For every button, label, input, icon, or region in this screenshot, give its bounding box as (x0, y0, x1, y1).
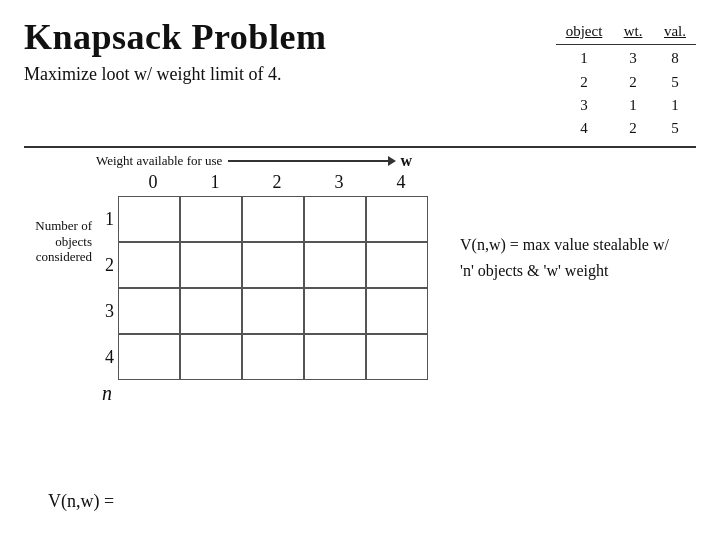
label-and-grid-row: Number of objects considered 0 1 2 3 4 (24, 172, 432, 405)
object-cell-r3-c1: 2 (612, 117, 654, 140)
left-section: Weight available for use w Number of obj… (24, 152, 432, 405)
cell-3-2 (242, 288, 304, 334)
num-objects-line1: Number of (35, 218, 92, 234)
object-cell-r2-c0: 3 (556, 94, 612, 117)
main-title: Knapsack Problem (24, 18, 326, 58)
object-table-headers: object wt. val. (556, 20, 696, 45)
wt-col-header: wt. (612, 20, 654, 43)
object-col-header: object (556, 20, 612, 43)
object-cell-r3-c0: 4 (556, 117, 612, 140)
object-table-row-1: 138 (556, 47, 696, 70)
cell-2-4 (366, 242, 428, 288)
grid-row-1 (118, 196, 428, 242)
object-cell-r0-c1: 3 (612, 47, 654, 70)
object-cell-r2-c1: 1 (612, 94, 654, 117)
row-num-4: 4 (94, 334, 118, 380)
num-objects-label: Number of objects considered (24, 172, 92, 265)
cell-2-0 (118, 242, 180, 288)
grid-row-4 (118, 334, 428, 380)
cell-4-1 (180, 334, 242, 380)
row-num-col: 1 2 3 4 (94, 196, 118, 380)
object-cell-r1-c2: 5 (654, 71, 696, 94)
bottom-vnw: V(n,w) = (48, 491, 114, 512)
cell-2-1 (180, 242, 242, 288)
cell-4-2 (242, 334, 304, 380)
col-2: 2 (246, 172, 308, 196)
num-objects-line2: objects (55, 234, 92, 250)
val-col-header: val. (654, 20, 696, 43)
object-cell-r1-c1: 2 (612, 71, 654, 94)
cell-2-3 (304, 242, 366, 288)
n-label-row: n (102, 382, 432, 405)
page: Knapsack Problem Maximize loot w/ weight… (0, 0, 720, 540)
header-row: Knapsack Problem Maximize loot w/ weight… (24, 18, 696, 148)
cell-4-3 (304, 334, 366, 380)
grid-row-3 (118, 288, 428, 334)
arrow-line (228, 156, 396, 166)
cell-3-4 (366, 288, 428, 334)
object-table-row-4: 425 (556, 117, 696, 140)
row-num-2: 2 (94, 242, 118, 288)
grid-row-2 (118, 242, 428, 288)
row-num-3: 3 (94, 288, 118, 334)
weight-label-text: Weight available for use (96, 153, 222, 169)
title-block: Knapsack Problem Maximize loot w/ weight… (24, 18, 326, 85)
cell-4-4 (366, 334, 428, 380)
object-cell-r3-c2: 5 (654, 117, 696, 140)
arrow-shaft (228, 160, 388, 162)
cell-4-0 (118, 334, 180, 380)
col-3: 3 (308, 172, 370, 196)
cell-1-1 (180, 196, 242, 242)
num-objects-line3: considered (36, 249, 92, 265)
n-label: n (102, 382, 112, 405)
object-table-body: 138225311425 (556, 47, 696, 140)
main-content: Weight available for use w Number of obj… (24, 152, 696, 405)
cell-1-2 (242, 196, 304, 242)
subtitle: Maximize loot w/ weight limit of 4. (24, 64, 326, 85)
object-table-row-2: 225 (556, 71, 696, 94)
col-num-row: 0 1 2 3 4 (94, 172, 432, 196)
col-0: 0 (122, 172, 184, 196)
cell-3-0 (118, 288, 180, 334)
cell-1-4 (366, 196, 428, 242)
grid-container: 0 1 2 3 4 1 2 3 4 (94, 172, 432, 405)
grid-area (118, 196, 428, 380)
object-table-row-3: 311 (556, 94, 696, 117)
cell-1-0 (118, 196, 180, 242)
object-cell-r2-c2: 1 (654, 94, 696, 117)
object-cell-r1-c0: 2 (556, 71, 612, 94)
col-1: 1 (184, 172, 246, 196)
right-section: V(n,w) = max value stealable w/ 'n' obje… (460, 232, 669, 283)
arrow-head-icon (388, 156, 396, 166)
cell-2-2 (242, 242, 304, 288)
w-label: w (400, 152, 412, 170)
weight-label-row: Weight available for use w (96, 152, 412, 170)
grid-wrapper: 1 2 3 4 (94, 196, 432, 380)
cell-1-3 (304, 196, 366, 242)
row-num-1: 1 (94, 196, 118, 242)
object-info-table: object wt. val. 138225311425 (556, 20, 696, 140)
col-4: 4 (370, 172, 432, 196)
object-cell-r0-c0: 1 (556, 47, 612, 70)
cell-3-3 (304, 288, 366, 334)
cell-3-1 (180, 288, 242, 334)
object-cell-r0-c2: 8 (654, 47, 696, 70)
vnw-description: V(n,w) = max value stealable w/ 'n' obje… (460, 236, 669, 279)
